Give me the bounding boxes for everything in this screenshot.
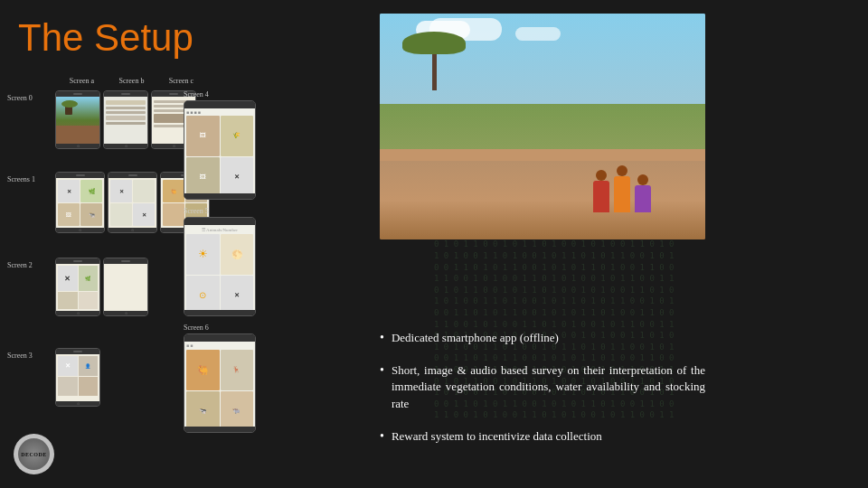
phone-screen0a [55, 90, 100, 149]
bullet-text-1: Dedicated smartphone app (offline) [392, 330, 559, 346]
screen-label-2: Screen 2 [7, 258, 52, 269]
screen-label-0: Screen 0 [7, 90, 52, 102]
screen-row-2: Screen 2 ✕ 🌿 [7, 258, 148, 316]
phone-screen5: ☰ Animals/Number ☀ 🌕 ⊙ ✕ [184, 217, 256, 316]
bullet-item-2: • Short, image & audio based survey on t… [380, 362, 705, 412]
phone-screen1b: ✕ ✕ [108, 172, 157, 233]
screen-row-0: Screen 0 [7, 90, 196, 149]
screen-row-3: Screen 3 ✕ 👤 [7, 348, 100, 407]
main-container: The Setup Screen a Screen b Screen c Scr… [0, 0, 868, 488]
main-photo [380, 14, 705, 239]
phone-screen0b [103, 90, 148, 149]
phone-screen1a: ✕ 🌿 🖼 🐄 [55, 172, 105, 233]
screen-label-1: Screens 1 [7, 172, 52, 183]
left-panel: The Setup Screen a Screen b Screen c Scr… [0, 0, 380, 488]
column-headers: Screen a Screen b Screen c [57, 77, 206, 85]
screen-label-6: Screen 6 [184, 324, 292, 332]
bullet-item-1: • Dedicated smartphone app (offline) [380, 330, 705, 346]
bullet-text-2: Short, image & audio based survey on the… [392, 362, 705, 412]
col-header-a: Screen a [57, 77, 107, 85]
bullet-dot-3: • [380, 429, 384, 444]
col-header-b: Screen b [107, 77, 156, 85]
decode-logo-inner: DECODE [18, 438, 50, 470]
decode-logo: DECODE [14, 434, 54, 474]
screen-label-4: Screen 4 [184, 90, 292, 99]
person-1 [593, 170, 609, 212]
phone-screen3a: ✕ 👤 [55, 348, 100, 407]
bullet-text-3: Reward system to incentivize data collec… [392, 428, 602, 445]
right-panel: • Dedicated smartphone app (offline) • S… [380, 0, 868, 488]
screen5-block: Screen 5 ☰ Animals/Number ☀ 🌕 ⊙ ✕ [184, 207, 292, 316]
phone-screen2a: ✕ 🌿 [55, 258, 100, 316]
people-group [593, 165, 651, 212]
bullet-item-3: • Reward system to incentivize data coll… [380, 428, 705, 445]
page-title: The Setup [18, 16, 193, 60]
phone-screen4: ■ ■ ■ ■ 🖼 🌾 🖼 ✕ [184, 100, 256, 200]
bullet-dot-1: • [380, 331, 384, 345]
phone-screen2b [103, 258, 148, 316]
screens-456-area: Screen 4 ■ ■ ■ ■ 🖼 🌾 🖼 ✕ [184, 90, 292, 440]
person-3 [635, 174, 651, 212]
decode-logo-text: DECODE [21, 452, 47, 457]
screen-row-1: Screens 1 ✕ 🌿 🖼 🐄 [7, 172, 210, 233]
phone-screen6: ■ ■ 🐫 🦌 🐄 🐃 [184, 333, 256, 433]
bullet-points-container: • Dedicated smartphone app (offline) • S… [380, 330, 705, 461]
bullet-dot-2: • [380, 363, 384, 378]
screen4-block: Screen 4 ■ ■ ■ ■ 🖼 🌾 🖼 ✕ [184, 90, 292, 200]
screen6-block: Screen 6 ■ ■ 🐫 🦌 🐄 🐃 [184, 324, 292, 433]
screen-label-3: Screen 3 [7, 348, 52, 360]
col-header-c: Screen c [156, 77, 206, 85]
screens-area: Screen a Screen b Screen c Screen 0 [7, 77, 378, 465]
person-2 [614, 165, 630, 212]
screen-label-5: Screen 5 [184, 207, 292, 215]
acacia-tree [402, 41, 466, 90]
